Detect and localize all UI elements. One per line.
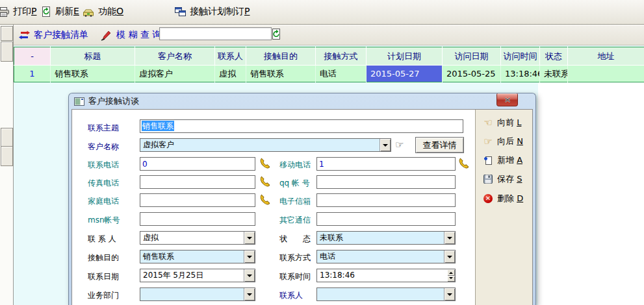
function-label: 功能O — [98, 6, 123, 18]
contact-interview-dialog: 客户接触访谈 联系主题 销售联系 客户名称 虚拟客户 ☞ 查看详情 联系电话 移… — [68, 93, 536, 305]
msn-input[interactable] — [140, 212, 255, 226]
dropdown-arrow-icon[interactable] — [380, 139, 391, 151]
fax-label: 传真电话 — [88, 178, 119, 189]
contact-date-label: 联系日期 — [88, 271, 119, 282]
subject-label: 联系主题 — [88, 123, 119, 134]
column-header-address[interactable]: 地址 — [568, 47, 644, 66]
dropdown-arrow-icon[interactable] — [244, 250, 255, 263]
side-panel-button[interactable] — [1, 26, 13, 41]
table-row[interactable]: 1 销售联系 虚拟客户 虚拟 销售联系 电话 2015-05-27 2015-0… — [14, 66, 644, 82]
column-header-rownum[interactable]: - — [14, 47, 51, 66]
phone-icon[interactable] — [259, 193, 271, 205]
cell-purpose[interactable]: 销售联系 — [246, 66, 316, 82]
phone-input[interactable] — [140, 157, 255, 171]
dropdown-arrow-icon[interactable] — [444, 232, 455, 244]
spin-up-icon[interactable] — [447, 269, 455, 276]
status-value: 未联系 — [317, 232, 444, 244]
contact-table: - 标题 客户名称 联系人 接触目的 接触方式 计划日期 访问日期 访问时间 状… — [14, 47, 644, 82]
close-button[interactable] — [496, 93, 518, 106]
method-select[interactable]: 电话 — [316, 250, 456, 263]
previous-label: 向前 L — [497, 117, 521, 128]
contact-person-label: 联 系 人 — [88, 234, 116, 245]
contact-person-select[interactable]: 虚拟 — [140, 231, 255, 245]
customer-label: 客户名称 — [88, 141, 119, 152]
cell-rownum[interactable]: 1 — [14, 66, 51, 82]
column-header-title[interactable]: 标题 — [51, 47, 135, 66]
fuzzy-search-input[interactable] — [159, 27, 272, 40]
column-header-visit-date[interactable]: 访问日期 — [443, 47, 501, 66]
contact-date-value: 2015年 5月25日 — [140, 269, 244, 282]
refresh-button[interactable]: 刷新E — [38, 3, 83, 20]
cell-title[interactable]: 销售联系 — [51, 66, 135, 82]
search-refresh-button[interactable] — [270, 28, 282, 40]
department-select[interactable] — [140, 287, 255, 301]
collapsed-side-panel — [0, 25, 14, 305]
dropdown-arrow-icon[interactable] — [444, 288, 455, 300]
side-panel-button[interactable] — [1, 42, 13, 62]
contact-plan-button[interactable]: 接触计划制订P — [172, 3, 253, 20]
dropdown-arrow-icon[interactable] — [244, 232, 255, 244]
qq-input[interactable] — [316, 175, 456, 189]
purpose-select[interactable]: 销售联系 — [140, 250, 255, 263]
column-header-method[interactable]: 接触方式 — [316, 47, 367, 66]
column-header-plan-date[interactable]: 计划日期 — [367, 47, 443, 66]
contact-plan-label: 接触计划制订P — [190, 6, 250, 18]
cell-visit-date[interactable]: 2015-05-25 — [443, 66, 501, 82]
close-icon — [504, 97, 511, 103]
method-value: 电话 — [317, 250, 444, 263]
cell-plan-date-selected[interactable]: 2015-05-27 — [367, 66, 443, 82]
dialog-titlebar[interactable]: 客户接触访谈 — [69, 93, 535, 109]
cell-visit-time[interactable]: 13:18:46 — [501, 66, 540, 82]
phone-icon[interactable] — [259, 157, 271, 169]
print-button[interactable]: 打印P — [0, 3, 40, 20]
column-header-customer[interactable]: 客户名称 — [135, 47, 215, 66]
function-button[interactable]: 功能O — [79, 3, 127, 20]
cell-status[interactable]: 未联系 — [540, 66, 568, 82]
contact2-select[interactable] — [316, 287, 456, 301]
add-button[interactable]: 新增 A — [482, 153, 522, 167]
phone-label: 联系电话 — [88, 160, 119, 171]
column-header-status[interactable]: 状态 — [540, 47, 568, 66]
side-panel-button[interactable] — [1, 128, 13, 147]
mobile-input[interactable] — [316, 157, 456, 171]
fax-input[interactable] — [140, 175, 255, 189]
contact-date-select[interactable]: 2015年 5月25日 — [140, 269, 255, 282]
column-header-purpose[interactable]: 接触目的 — [246, 47, 316, 66]
spin-down-icon[interactable] — [447, 276, 455, 282]
email-input[interactable] — [316, 193, 456, 207]
side-panel-button[interactable] — [1, 146, 13, 166]
refresh-label: 刷新E — [55, 6, 79, 18]
cell-contact[interactable]: 虚拟 — [215, 66, 246, 82]
dropdown-arrow-icon[interactable] — [444, 250, 455, 263]
home-phone-input[interactable] — [140, 193, 255, 207]
email-label: 电子信箱 — [279, 196, 311, 207]
home-phone-label: 家庭电话 — [88, 196, 119, 207]
dropdown-arrow-icon[interactable] — [244, 269, 255, 282]
other-comm-input[interactable] — [316, 212, 456, 226]
phone-icon[interactable] — [259, 175, 271, 187]
cell-customer[interactable]: 虚拟客户 — [135, 66, 215, 82]
dialog-icon — [74, 97, 84, 106]
pointing-hand-icon[interactable]: ☞ — [395, 139, 404, 151]
cell-method[interactable]: 电话 — [316, 66, 367, 82]
column-header-visit-time[interactable]: 访问时间 — [501, 47, 540, 66]
contact-time-spinner[interactable]: 13:18:46 — [316, 269, 456, 282]
dropdown-arrow-icon[interactable] — [244, 288, 255, 300]
print-label: 打印P — [13, 6, 36, 18]
phone-icon[interactable] — [458, 157, 470, 169]
delete-button[interactable]: ✕ 删除 D — [482, 191, 523, 206]
save-label: 保存 S — [497, 173, 522, 185]
previous-button[interactable]: ☜ 向前 L — [482, 116, 521, 130]
customer-select[interactable]: 虚拟客户 — [140, 138, 391, 152]
contact-time-label: 联系时间 — [279, 271, 311, 282]
cell-address[interactable] — [568, 66, 644, 82]
view-detail-button[interactable]: 查看详情 — [415, 137, 464, 153]
next-button[interactable]: ☞ 向后 N — [482, 134, 523, 149]
save-floppy-icon — [482, 173, 494, 185]
subject-input[interactable]: 销售联系 — [140, 119, 463, 133]
status-select[interactable]: 未联系 — [316, 231, 456, 245]
contact-list-button[interactable]: 客户接触清单 — [34, 29, 88, 41]
delete-label: 删除 D — [497, 193, 523, 204]
column-header-contact[interactable]: 联系人 — [215, 47, 246, 66]
save-button[interactable]: 保存 S — [482, 172, 522, 186]
